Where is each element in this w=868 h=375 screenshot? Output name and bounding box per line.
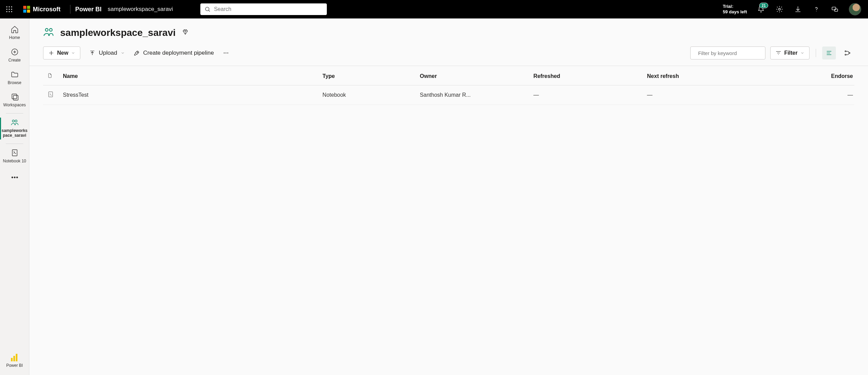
svg-point-12 (816, 11, 816, 11)
filter-keyword-box[interactable] (690, 46, 765, 59)
download-button[interactable] (793, 5, 802, 14)
svg-point-18 (12, 120, 14, 122)
rail-label-workspaces: Workspaces (3, 103, 26, 108)
list-view-icon (826, 50, 832, 56)
notification-badge: 21 (759, 3, 768, 8)
deploy-label: Create deployment pipeline (143, 50, 214, 56)
more-options-button[interactable] (223, 50, 229, 56)
rail-item-current-workspace[interactable]: sampleworkspace_saravi (0, 115, 29, 142)
svg-point-9 (205, 7, 209, 11)
rail-item-notebook[interactable]: Notebook 10 (0, 145, 29, 168)
microsoft-brand[interactable]: Microsoft (18, 0, 65, 18)
download-icon (794, 5, 802, 13)
content-table: Name Type Owner Refreshed Next refresh E… (43, 66, 854, 105)
filter-button[interactable]: Filter (770, 46, 810, 59)
premium-diamond-icon[interactable] (182, 29, 189, 37)
svg-point-0 (6, 6, 7, 7)
plus-icon (48, 50, 54, 56)
svg-point-1 (9, 6, 10, 7)
gear-icon (776, 5, 783, 13)
upload-button[interactable]: Upload (89, 50, 125, 56)
notifications-button[interactable]: 21 (757, 5, 765, 14)
col-name[interactable]: Name (59, 66, 318, 85)
row-endorse: — (757, 85, 854, 105)
global-search-wrap (200, 3, 327, 15)
svg-point-19 (15, 120, 17, 122)
row-name: StressTest (59, 85, 318, 105)
workspace-main: sampleworkspace_saravi New Upload Create… (29, 18, 868, 375)
rail-label-notebook: Notebook 10 (3, 159, 26, 164)
app-name[interactable]: Power BI (75, 6, 102, 13)
rail-label-powerbi: Power BI (6, 363, 23, 368)
svg-point-25 (50, 28, 52, 31)
chevron-down-icon (800, 51, 804, 55)
svg-point-22 (14, 177, 15, 178)
rail-label-create: Create (8, 58, 21, 63)
row-type-icon-cell (43, 85, 59, 105)
trial-status[interactable]: Trial: 59 days left (723, 4, 747, 15)
svg-point-3 (6, 9, 7, 10)
svg-point-8 (11, 11, 12, 12)
svg-rect-20 (12, 150, 17, 156)
list-view-toggle[interactable] (822, 46, 836, 59)
col-next-refresh[interactable]: Next refresh (643, 66, 757, 85)
help-button[interactable] (812, 5, 821, 14)
content-table-wrap: Name Type Owner Refreshed Next refresh E… (29, 66, 868, 105)
top-nav-bar: Microsoft Power BI sampleworkspace_sarav… (0, 0, 868, 18)
svg-point-27 (224, 53, 225, 54)
trial-line2: 59 days left (723, 9, 747, 15)
col-refreshed[interactable]: Refreshed (529, 66, 643, 85)
settings-button[interactable] (775, 5, 784, 14)
col-owner[interactable]: Owner (416, 66, 529, 85)
notebook-icon (11, 149, 19, 157)
lineage-icon (844, 50, 851, 56)
help-icon (813, 5, 820, 13)
col-endorse[interactable]: Endorse (757, 66, 854, 85)
svg-point-28 (225, 53, 226, 54)
rail-item-browse[interactable]: Browse (0, 67, 29, 90)
row-refreshed: — (529, 85, 643, 105)
account-avatar[interactable] (849, 3, 861, 15)
workspace-toolbar: New Upload Create deployment pipeline (29, 43, 868, 66)
svg-rect-13 (832, 7, 836, 10)
global-search[interactable] (200, 3, 327, 15)
file-icon (47, 73, 53, 78)
search-icon (204, 6, 211, 12)
svg-point-4 (9, 9, 10, 10)
rail-item-create[interactable]: Create (0, 44, 29, 67)
feedback-button[interactable] (830, 5, 839, 14)
rail-label-home: Home (9, 36, 20, 40)
more-horizontal-icon (223, 50, 229, 56)
rail-item-more[interactable] (0, 170, 29, 186)
table-header-row: Name Type Owner Refreshed Next refresh E… (43, 66, 854, 85)
new-button-label: New (57, 50, 68, 56)
col-type-icon[interactable] (43, 66, 59, 85)
filter-keyword-input[interactable] (698, 50, 763, 56)
col-type[interactable]: Type (318, 66, 416, 85)
app-launcher-button[interactable] (0, 0, 18, 18)
upload-label: Upload (99, 50, 117, 56)
rail-item-home[interactable]: Home (0, 22, 29, 44)
row-type: Notebook (318, 85, 416, 105)
chevron-down-icon (71, 51, 75, 55)
shell: Home Create Browse Workspaces samplework… (0, 18, 868, 375)
svg-line-10 (209, 10, 210, 11)
rail-item-workspaces[interactable]: Workspaces (0, 89, 29, 112)
lineage-view-toggle[interactable] (841, 46, 854, 59)
filter-button-label: Filter (784, 50, 798, 56)
table-row[interactable]: StressTest Notebook Santhosh Kumar R... … (43, 85, 854, 105)
breadcrumb-workspace[interactable]: sampleworkspace_saravi (108, 6, 173, 13)
rail-separator (6, 144, 23, 144)
global-search-input[interactable] (214, 6, 323, 12)
new-button[interactable]: New (43, 46, 80, 59)
microsoft-logo-icon (23, 6, 30, 13)
svg-point-26 (137, 52, 138, 53)
workspaces-icon (11, 93, 19, 101)
left-nav-rail: Home Create Browse Workspaces samplework… (0, 18, 29, 375)
svg-point-21 (12, 177, 13, 178)
powerbi-logo-icon (11, 354, 18, 361)
divider (816, 49, 816, 57)
page-header: sampleworkspace_saravi (29, 18, 868, 43)
rail-item-powerbi[interactable]: Power BI (0, 350, 29, 372)
create-deployment-pipeline-button[interactable]: Create deployment pipeline (134, 50, 214, 56)
